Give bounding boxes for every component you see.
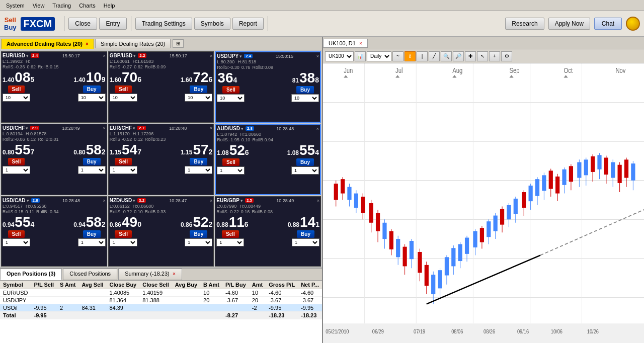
dealing-expand-btn[interactable]: ⊞ [173, 39, 184, 48]
advanced-dealing-close[interactable]: × [86, 41, 89, 47]
sell-qty[interactable]: 10 [3, 94, 30, 102]
entry-button[interactable]: Entry [99, 18, 127, 30]
buy-button[interactable]: Buy [296, 158, 314, 166]
table-row[interactable]: EUR/USD1.400851.4015910-4.6010-4.60-4.60 [0, 289, 322, 297]
tile-header-row: NZD/USD ▾ 3.2 [110, 198, 146, 203]
sell-qty[interactable]: 1 [3, 166, 30, 174]
table-row[interactable]: USOil-9.95284.3184.39-2-9.95-9.95 [0, 304, 322, 312]
chart-tool-line[interactable]: 📊 [355, 51, 366, 61]
closed-positions-tab[interactable]: Closed Positions [63, 269, 117, 280]
tile-close[interactable]: × [210, 53, 212, 58]
table-row[interactable]: USD/JPY81.36481.38820-3.6720-3.67-3.67 [0, 297, 322, 304]
trading-settings-button[interactable]: Trading Settings [135, 18, 192, 30]
chart-tab-uk100[interactable]: UK100, D1 × [323, 39, 368, 48]
menu-trading[interactable]: Trading [48, 2, 75, 10]
sell-qty[interactable]: 1 [110, 166, 137, 174]
sell-button[interactable]: Sell [222, 158, 239, 166]
tile-close[interactable]: × [103, 53, 105, 58]
sell-button[interactable]: Sell [115, 85, 132, 93]
chart-tool-candle[interactable]: 🕯 [405, 51, 416, 61]
menu-system[interactable]: System [2, 2, 29, 10]
tile-rolls-b: 0.16 [241, 209, 250, 214]
chart-tab-close[interactable]: × [359, 40, 362, 46]
report-button[interactable]: Report [232, 18, 264, 30]
buy-button[interactable]: Buy [296, 86, 314, 94]
buy-price-main: 58 [86, 215, 102, 229]
tile-symbol: AUD/USD [217, 126, 240, 131]
chart-tool-bar[interactable]: | [417, 51, 428, 61]
sell-label[interactable]: Sell [5, 16, 16, 24]
buy-button[interactable]: Buy [297, 230, 314, 238]
tile-symbol: USD/JPY [217, 53, 238, 59]
buy-button[interactable]: Buy [83, 230, 101, 238]
buy-button[interactable]: Buy [190, 230, 207, 238]
tile-close[interactable]: × [103, 126, 105, 131]
tile-close[interactable]: × [316, 54, 319, 59]
chart-tool-crosshair[interactable]: ✚ [465, 51, 476, 61]
summary-tab[interactable]: Summary (-18.23) × [118, 269, 182, 280]
chart-tool-zoom-out[interactable]: 🔎 [453, 51, 464, 61]
sell-button[interactable]: Sell [8, 158, 25, 165]
sell-button[interactable]: Sell [222, 230, 239, 238]
buy-button[interactable]: Buy [83, 85, 101, 93]
menu-help[interactable]: Help [100, 2, 119, 10]
sell-button[interactable]: Sell [115, 158, 132, 165]
chart-tool-settings[interactable]: ⚙ [501, 51, 512, 61]
buy-qty[interactable]: 10 [185, 94, 212, 102]
tile-close[interactable]: × [316, 126, 319, 131]
buy-qty[interactable]: 1 [292, 238, 319, 246]
account-icon[interactable] [626, 17, 640, 31]
buy-price-sup: 1 [315, 221, 319, 228]
tile-main: 1.60 70 6 1.60 72 6 [110, 70, 213, 84]
sell-button[interactable]: Sell [8, 230, 25, 238]
col-header: B Amt [200, 281, 222, 289]
simple-dealing-tab[interactable]: Simple Dealing Rates (20) [95, 39, 171, 48]
buy-price-sup: 2 [209, 148, 213, 155]
tile-close[interactable]: × [210, 126, 212, 131]
chart-tool-1[interactable]: ~ [392, 51, 404, 61]
buy-button[interactable]: Buy [190, 85, 207, 93]
research-button[interactable]: Research [505, 18, 544, 30]
symbol-select[interactable]: UK100 [325, 51, 354, 61]
buy-label[interactable]: Buy [4, 24, 17, 31]
chart-tool-line2[interactable]: ╱ [429, 51, 440, 61]
tile-l: L:1.39902 [3, 59, 23, 64]
chart-tool-add[interactable]: + [489, 51, 500, 61]
sell-qty[interactable]: 10 [110, 94, 137, 102]
chat-button[interactable]: Chat [594, 18, 622, 30]
menu-view[interactable]: View [29, 2, 49, 10]
tile-header-row: USD/JPY ▾ 2.4 [217, 53, 253, 59]
table-row[interactable]: Total-9.95-8.27-18.23-18.23 [0, 312, 322, 319]
sell-button[interactable]: Sell [222, 86, 239, 94]
advanced-dealing-tab[interactable]: Advanced Dealing Rates (20) × [1, 39, 94, 49]
close-button[interactable]: Close [68, 18, 97, 30]
sell-qty[interactable]: 1 [216, 238, 244, 246]
sell-side: Sell 10 [3, 85, 30, 102]
sell-button[interactable]: Sell [115, 230, 132, 238]
timeframe-select[interactable]: Daily H4 H1 M30 [367, 51, 391, 61]
summary-close[interactable]: × [173, 271, 176, 277]
apply-now-button[interactable]: Apply Now [548, 18, 590, 30]
sell-button[interactable]: Sell [8, 85, 25, 93]
chart-tool-cursor[interactable]: ↖ [477, 51, 488, 61]
chart-tool-zoom-in[interactable]: 🔍 [441, 51, 452, 61]
sell-qty[interactable]: 10 [217, 94, 245, 102]
symbols-button[interactable]: Symbols [194, 18, 230, 30]
buy-button[interactable]: Buy [83, 158, 101, 165]
sell-qty[interactable]: 1 [217, 166, 245, 175]
sell-qty[interactable]: 1 [110, 238, 137, 246]
sell-qty[interactable]: 1 [3, 238, 30, 246]
tile-close[interactable]: × [210, 198, 212, 203]
buy-qty[interactable]: 1 [78, 238, 106, 246]
buy-qty[interactable]: 1 [185, 166, 212, 174]
buy-qty[interactable]: 10 [78, 94, 106, 102]
buy-qty[interactable]: 1 [185, 238, 212, 246]
menu-charts[interactable]: Charts [75, 2, 99, 10]
buy-qty[interactable]: 10 [291, 94, 319, 102]
tile-close[interactable]: × [103, 198, 105, 203]
tile-close[interactable]: × [317, 198, 319, 203]
buy-qty[interactable]: 1 [291, 166, 319, 175]
buy-button[interactable]: Buy [190, 158, 207, 165]
open-positions-tab[interactable]: Open Positions (3) [0, 269, 62, 280]
buy-qty[interactable]: 1 [78, 166, 106, 174]
